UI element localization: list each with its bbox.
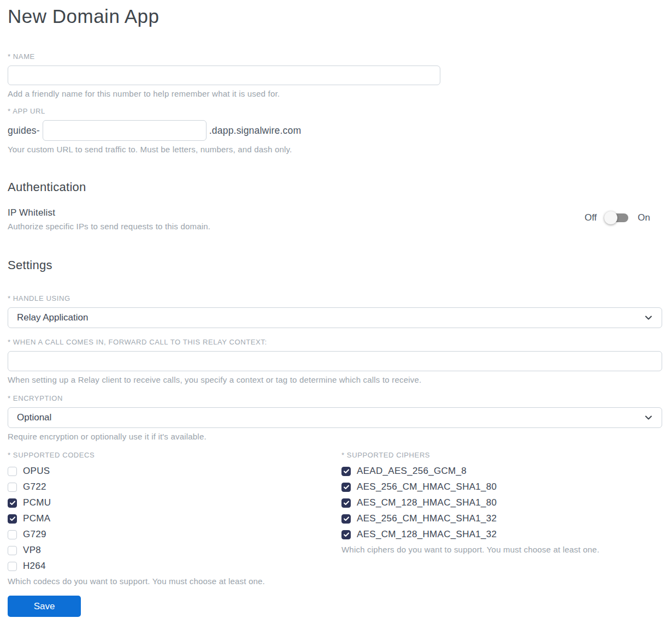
codec-option[interactable]: VP8 [8, 545, 341, 556]
checkbox-checked-icon[interactable] [341, 498, 351, 508]
settings-heading: Settings [8, 258, 662, 272]
toggle-off-label: Off [585, 212, 597, 223]
encryption-label: * ENCRYPTION [8, 394, 662, 402]
ip-whitelist-text: IP Whitelist Authorize specific IPs to s… [8, 207, 210, 231]
supported-codecs-group: * SUPPORTED CODECS OPUSG722PCMUPCMAG729V… [8, 451, 341, 586]
handle-using-label: * HANDLE USING [8, 294, 662, 302]
codec-option[interactable]: G729 [8, 529, 341, 540]
relay-context-label: * WHEN A CALL COMES IN, FORWARD CALL TO … [8, 338, 662, 346]
name-label: * NAME [8, 52, 662, 61]
name-field-group: * NAME Add a friendly name for this numb… [8, 52, 662, 98]
encryption-helper: Require encryption or optionally use it … [8, 432, 662, 441]
chevron-down-icon [644, 313, 653, 322]
save-button[interactable]: Save [8, 596, 81, 617]
cipher-option[interactable]: AES_256_CM_HMAC_SHA1_32 [341, 513, 662, 524]
codec-option[interactable]: G722 [8, 482, 341, 492]
encryption-select[interactable]: Optional [8, 407, 662, 428]
checkbox-unchecked-icon[interactable] [8, 483, 17, 492]
cipher-option[interactable]: AES_CM_128_HMAC_SHA1_80 [341, 497, 662, 508]
ciphers-helper: Which ciphers do you want to support. Yo… [341, 545, 662, 554]
checkbox-checked-icon[interactable] [341, 530, 351, 539]
name-helper: Add a friendly name for this number to h… [8, 89, 662, 98]
authentication-heading: Authentication [8, 180, 662, 194]
codec-option-label: G729 [23, 529, 46, 540]
codec-checkbox-list: OPUSG722PCMUPCMAG729VP8H264 [8, 466, 341, 572]
page-title: New Domain App [8, 5, 662, 27]
relay-context-field-group: * WHEN A CALL COMES IN, FORWARD CALL TO … [8, 338, 662, 384]
checkbox-unchecked-icon[interactable] [8, 562, 17, 571]
relay-context-helper: When setting up a Relay client to receiv… [8, 375, 662, 384]
codec-option-label: H264 [23, 561, 46, 572]
cipher-option-label: AES_256_CM_HMAC_SHA1_80 [357, 482, 497, 492]
cipher-option-label: AES_CM_128_HMAC_SHA1_80 [357, 497, 497, 508]
codec-option-label: G722 [23, 482, 46, 492]
codec-option-label: VP8 [23, 545, 41, 556]
checkbox-unchecked-icon[interactable] [8, 546, 17, 555]
codec-option[interactable]: H264 [8, 561, 341, 572]
codec-cipher-columns: * SUPPORTED CODECS OPUSG722PCMUPCMAG729V… [8, 451, 662, 586]
supported-ciphers-label: * SUPPORTED CIPHERS [341, 451, 662, 459]
encryption-value: Optional [17, 412, 51, 423]
ip-whitelist-row: IP Whitelist Authorize specific IPs to s… [8, 207, 662, 231]
checkbox-checked-icon[interactable] [341, 514, 351, 524]
codec-option-label: PCMA [23, 513, 50, 524]
checkbox-checked-icon[interactable] [8, 498, 17, 508]
app-url-prefix: guides- [8, 125, 40, 136]
handle-using-select[interactable]: Relay Application [8, 307, 662, 328]
cipher-option[interactable]: AEAD_AES_256_GCM_8 [341, 466, 662, 477]
relay-context-input[interactable] [8, 351, 662, 371]
app-url-suffix: .dapp.signalwire.com [209, 125, 301, 136]
app-url-helper: Your custom URL to send traffic to. Must… [8, 145, 662, 154]
codec-option[interactable]: PCMU [8, 497, 341, 508]
cipher-option-label: AES_256_CM_HMAC_SHA1_32 [357, 513, 497, 524]
ip-whitelist-toggle[interactable] [606, 213, 628, 222]
chevron-down-icon [644, 413, 653, 422]
cipher-option[interactable]: AES_CM_128_HMAC_SHA1_32 [341, 529, 662, 540]
ip-whitelist-toggle-group: Off On [585, 212, 650, 223]
toggle-on-label: On [638, 212, 650, 223]
new-domain-app-form: New Domain App * NAME Add a friendly nam… [0, 0, 672, 617]
app-url-input[interactable] [43, 120, 207, 141]
codec-option-label: OPUS [23, 466, 50, 477]
checkbox-unchecked-icon[interactable] [8, 467, 17, 476]
checkbox-checked-icon[interactable] [341, 467, 351, 476]
app-url-field-group: * APP URL guides- .dapp.signalwire.com Y… [8, 107, 662, 154]
supported-codecs-label: * SUPPORTED CODECS [8, 451, 341, 459]
cipher-option[interactable]: AES_256_CM_HMAC_SHA1_80 [341, 482, 662, 492]
codec-option-label: PCMU [23, 497, 51, 508]
handle-using-value: Relay Application [17, 312, 88, 323]
toggle-knob-icon [604, 211, 617, 224]
app-url-label: * APP URL [8, 107, 662, 115]
cipher-option-label: AEAD_AES_256_GCM_8 [357, 466, 467, 477]
checkbox-checked-icon[interactable] [8, 514, 17, 524]
cipher-checkbox-list: AEAD_AES_256_GCM_8AES_256_CM_HMAC_SHA1_8… [341, 466, 662, 540]
encryption-field-group: * ENCRYPTION Optional Require encryption… [8, 394, 662, 441]
codecs-helper: Which codecs do you want to support. You… [8, 577, 341, 586]
codec-option[interactable]: OPUS [8, 466, 341, 477]
app-url-row: guides- .dapp.signalwire.com [8, 120, 662, 141]
ip-whitelist-helper: Authorize specific IPs to send requests … [8, 222, 210, 231]
checkbox-unchecked-icon[interactable] [8, 530, 17, 539]
ip-whitelist-label: IP Whitelist [8, 207, 210, 218]
supported-ciphers-group: * SUPPORTED CIPHERS AEAD_AES_256_GCM_8AE… [341, 451, 662, 586]
name-input[interactable] [8, 66, 440, 85]
handle-using-field-group: * HANDLE USING Relay Application [8, 294, 662, 328]
checkbox-checked-icon[interactable] [341, 483, 351, 492]
codec-option[interactable]: PCMA [8, 513, 341, 524]
cipher-option-label: AES_CM_128_HMAC_SHA1_32 [357, 529, 497, 540]
